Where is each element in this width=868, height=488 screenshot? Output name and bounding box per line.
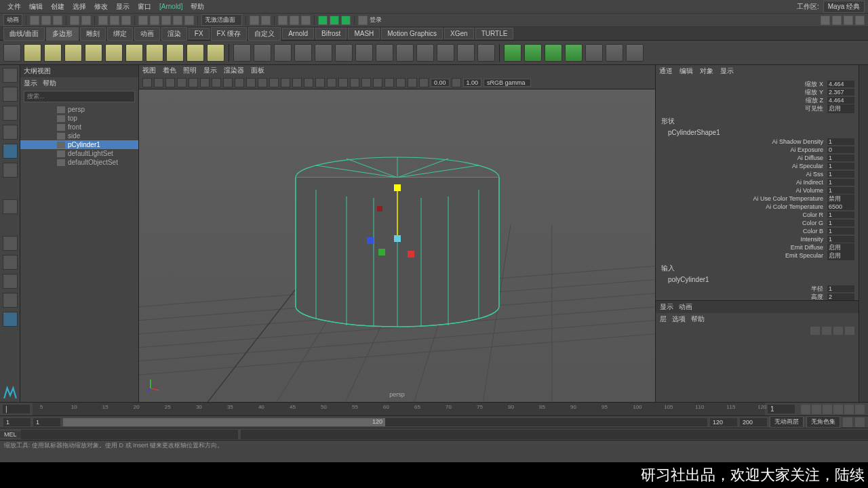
menu-modify[interactable]: 修改	[90, 2, 112, 12]
sym-y-icon[interactable]	[330, 16, 339, 25]
tool-icon-9[interactable]	[396, 44, 414, 62]
login-text[interactable]: 登录	[370, 16, 382, 24]
layout-icon-1[interactable]	[821, 16, 830, 25]
timeslider-start[interactable]: |	[3, 405, 30, 413]
attr-vis-field[interactable]: 启用	[827, 104, 854, 113]
brush-tool[interactable]	[3, 199, 18, 214]
attr-field[interactable]: 1	[827, 163, 854, 169]
layout-single[interactable]	[3, 236, 18, 251]
poly-torus-icon[interactable]	[125, 44, 143, 62]
tab-mash[interactable]: MASH	[348, 28, 380, 39]
animlayer-dropdown[interactable]: 无动画层	[770, 416, 804, 428]
prefs-icon[interactable]	[855, 418, 865, 427]
green-icon-2[interactable]	[524, 44, 542, 62]
attr-field[interactable]: 1	[827, 138, 854, 145]
vp-icon[interactable]	[396, 78, 406, 87]
attr-field[interactable]: 启用	[827, 251, 854, 260]
layer-icon-3[interactable]	[833, 327, 843, 335]
scale-tool[interactable]	[3, 144, 18, 159]
tool-icon-2[interactable]	[254, 44, 271, 62]
attr-field[interactable]: 1	[827, 187, 854, 194]
tab-turtle[interactable]: TURTLE	[475, 28, 514, 39]
snap-point-icon[interactable]	[161, 16, 171, 25]
save-icon[interactable]	[53, 16, 62, 25]
menu-window[interactable]: 窗口	[134, 2, 155, 12]
vp-icon[interactable]	[338, 78, 348, 87]
layer-icon-4[interactable]	[845, 327, 854, 335]
menu-help[interactable]: 帮助	[186, 2, 208, 12]
poly-type-icon[interactable]	[186, 44, 204, 62]
redo-icon[interactable]	[81, 16, 91, 25]
vp-icon[interactable]	[269, 78, 279, 87]
tool-icon-11[interactable]	[437, 44, 454, 62]
vp-menu-shade[interactable]: 着色	[163, 66, 176, 75]
vp-icon[interactable]	[350, 78, 359, 87]
outliner-item-front[interactable]: front	[20, 123, 138, 131]
layout-custom1[interactable]	[3, 274, 18, 289]
vp-icon[interactable]	[200, 78, 210, 87]
ipr-icon[interactable]	[290, 16, 299, 25]
time-slider[interactable]: | 51015202530354045505560657075808590951…	[0, 402, 868, 415]
poly-cube-icon[interactable]	[44, 44, 62, 62]
lasso-icon[interactable]	[110, 16, 119, 25]
vp-colorspace-dropdown[interactable]: sRGB gamma	[484, 79, 531, 87]
tab-sculpt[interactable]: 雕刻	[80, 27, 106, 41]
layer-tab-display[interactable]: 显示	[660, 302, 673, 312]
vp-icon[interactable]	[327, 78, 336, 87]
attr-field[interactable]: 1	[827, 228, 854, 235]
vp-icon[interactable]	[373, 78, 382, 87]
tab-curves[interactable]: 曲线/曲面	[3, 27, 45, 41]
attr-field[interactable]: 1	[827, 220, 854, 226]
attr-scalez-field[interactable]: 4.464	[827, 97, 854, 104]
scale-center-handle[interactable]	[394, 235, 401, 242]
user-icon[interactable]	[358, 16, 368, 25]
layer-tab-anim[interactable]: 动画	[679, 302, 692, 312]
poly-pipe-icon[interactable]	[166, 44, 184, 62]
vp-icon[interactable]	[165, 78, 175, 87]
snap-live-icon[interactable]	[184, 16, 194, 25]
playback-start-field[interactable]: 1	[33, 418, 60, 426]
step-back-button[interactable]	[812, 405, 821, 414]
snap-curve-icon[interactable]	[150, 16, 159, 25]
tab-mg[interactable]: Motion Graphics	[381, 28, 443, 39]
menu-arnold[interactable]: [Arnold]	[155, 3, 186, 10]
rewind-start-button[interactable]	[801, 405, 810, 414]
poly-cylinder-icon[interactable]	[64, 44, 82, 62]
menu-display[interactable]: 显示	[112, 2, 134, 12]
attr-scalex-field[interactable]: 4.464	[827, 81, 854, 87]
attr-field[interactable]: 1	[827, 285, 854, 292]
attr-field[interactable]: 1	[827, 211, 854, 218]
tab-xgen[interactable]: XGen	[444, 28, 474, 39]
vp-icon[interactable]	[258, 78, 267, 87]
scale-z-handle[interactable]	[408, 251, 414, 258]
outliner-item-persp[interactable]: persp	[20, 105, 138, 114]
nosel-dropdown[interactable]: 无激活曲面	[201, 14, 242, 26]
tool-icon-10[interactable]	[416, 44, 434, 62]
tool-icon-16[interactable]	[626, 44, 644, 62]
outliner-item-objectset[interactable]: defaultObjectSet	[20, 158, 138, 167]
forward-end-button[interactable]	[855, 405, 865, 414]
cb-tab-channel[interactable]: 通道	[659, 66, 673, 76]
tool-icon-7[interactable]	[355, 44, 373, 62]
poly-cone-icon[interactable]	[85, 44, 102, 62]
poly-sphere-icon[interactable]	[24, 44, 41, 62]
sym-x-icon[interactable]	[318, 16, 328, 25]
vp-icon[interactable]	[212, 78, 221, 87]
tab-arnold[interactable]: Arnold	[282, 28, 314, 39]
workspace-dropdown[interactable]: Maya 经典	[823, 1, 865, 13]
poly-svg-icon[interactable]	[207, 44, 224, 62]
scale-y-handle[interactable]	[394, 184, 401, 191]
green-icon-1[interactable]	[504, 44, 521, 62]
snap-grid-icon[interactable]	[138, 16, 148, 25]
current-frame-field[interactable]: 1	[768, 405, 795, 413]
paint-icon[interactable]	[121, 16, 131, 25]
vp-gamma-field[interactable]: 1.00	[463, 79, 482, 87]
tool-icon-14[interactable]	[585, 44, 603, 62]
tool-icon-5[interactable]	[315, 44, 332, 62]
vp-icon[interactable]	[292, 78, 302, 87]
select-icon[interactable]	[98, 16, 108, 25]
vp-icon[interactable]	[223, 78, 233, 87]
mode-dropdown[interactable]: 动画	[3, 14, 22, 26]
step-forward-button[interactable]	[844, 405, 854, 414]
construction-icon[interactable]	[261, 16, 271, 25]
